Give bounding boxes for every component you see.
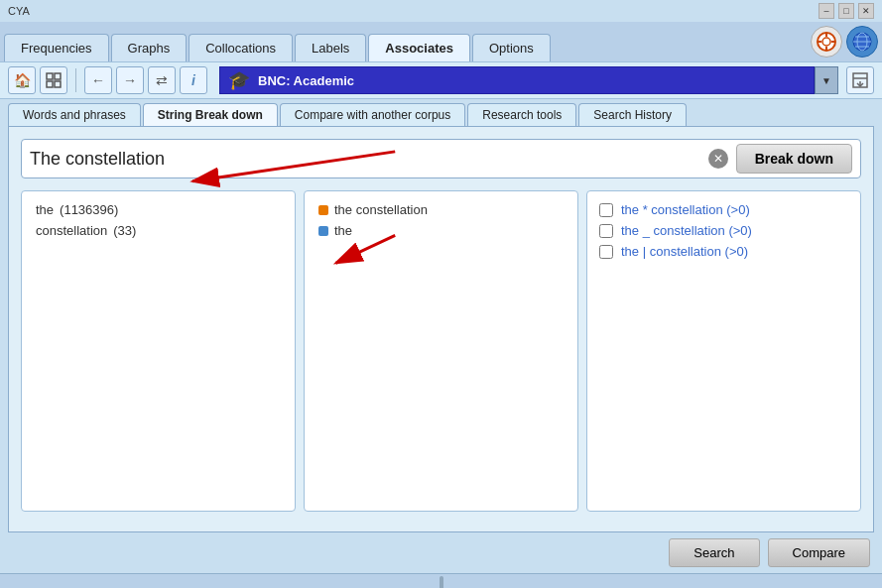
tab-options[interactable]: Options [472, 34, 551, 61]
orange-dot-icon [318, 205, 328, 215]
main-tabs: Frequencies Graphs Collocations Labels A… [0, 22, 882, 61]
phrase-text: the [334, 223, 352, 238]
phrase-text: the constellation [334, 202, 428, 217]
export-button[interactable] [846, 66, 874, 94]
app-title: CYA [8, 5, 30, 17]
word-text: constellation [36, 223, 107, 238]
title-bar: CYA – □ ✕ [0, 0, 882, 22]
list-item[interactable]: constellation (33) [30, 220, 287, 241]
clear-button[interactable]: ✕ [708, 149, 728, 169]
svg-rect-11 [47, 73, 53, 79]
list-item[interactable]: the | constellation (>0) [595, 241, 852, 262]
tab-compare-corpus[interactable]: Compare with another corpus [280, 103, 465, 126]
corpus-name: BNC: Academic [258, 73, 354, 88]
list-item[interactable]: the * constellation (>0) [595, 199, 852, 220]
blue-dot-icon [318, 226, 328, 236]
window-controls: – □ ✕ [819, 3, 874, 19]
status-divider [440, 576, 443, 589]
sub-tabs: Words and phrases String Break down Comp… [0, 99, 882, 126]
svg-rect-13 [47, 81, 53, 87]
search-button[interactable]: Search [669, 538, 759, 567]
content-area: ✕ Break down the (1136396) constellation… [8, 126, 874, 532]
toolbar-separator [75, 68, 76, 92]
compare-button[interactable]: Compare [768, 538, 870, 567]
svg-rect-12 [55, 73, 61, 79]
columns-container: the (1136396) constellation (33) the con… [21, 190, 861, 512]
back-button[interactable]: ← [84, 66, 112, 94]
pattern-text: the | constellation (>0) [621, 244, 748, 259]
svg-point-1 [822, 38, 830, 46]
tab-collocations[interactable]: Collocations [189, 34, 293, 61]
forward-button[interactable]: → [116, 66, 144, 94]
tab-words-phrases[interactable]: Words and phrases [8, 103, 141, 126]
word-text: the [36, 202, 54, 217]
list-item[interactable]: the (1136396) [30, 199, 287, 220]
checkbox-underscore[interactable] [599, 224, 613, 238]
tab-search-history[interactable]: Search History [578, 103, 687, 126]
breakdown-button[interactable]: Break down [736, 144, 852, 174]
tab-graphs[interactable]: Graphs [111, 34, 188, 61]
svg-rect-14 [55, 81, 61, 87]
pattern-text: the * constellation (>0) [621, 202, 750, 217]
grid-button[interactable] [40, 66, 67, 94]
tab-labels[interactable]: Labels [295, 34, 366, 61]
close-button[interactable]: ✕ [858, 3, 874, 19]
middle-column: the constellation the [304, 190, 578, 512]
corpus-hat-icon: 🎓 [228, 69, 250, 91]
status-bar [0, 573, 882, 588]
list-item[interactable]: the [313, 220, 569, 241]
globe-icon[interactable] [846, 26, 878, 58]
checkbox-wildcard[interactable] [599, 203, 613, 217]
list-item[interactable]: the _ constellation (>0) [595, 220, 852, 241]
right-column: the * constellation (>0) the _ constella… [586, 190, 861, 512]
checkbox-pipe[interactable] [599, 245, 613, 259]
toolbar: 🏠 ← → ⇄ i 🎓 BNC: Academic ▼ [0, 61, 882, 99]
tab-string-breakdown[interactable]: String Break down [143, 103, 278, 126]
tab-research-tools[interactable]: Research tools [467, 103, 576, 126]
corpus-selector: 🎓 BNC: Academic ▼ [219, 66, 838, 94]
help-icon[interactable] [811, 26, 842, 58]
tab-associates[interactable]: Associates [368, 34, 470, 61]
minimize-button[interactable]: – [819, 3, 834, 19]
pattern-text: the _ constellation (>0) [621, 223, 752, 238]
header-icons [811, 26, 878, 61]
list-item[interactable]: the constellation [313, 199, 569, 220]
search-bar: ✕ Break down [21, 139, 861, 178]
home-button[interactable]: 🏠 [8, 66, 36, 94]
word-count: (1136396) [60, 202, 118, 217]
maximize-button[interactable]: □ [838, 3, 854, 19]
info-button[interactable]: i [180, 66, 207, 94]
corpus-display: 🎓 BNC: Academic [219, 66, 815, 94]
bottom-bar: Search Compare [0, 532, 882, 573]
sync-button[interactable]: ⇄ [148, 66, 176, 94]
tab-frequencies[interactable]: Frequencies [4, 34, 109, 61]
corpus-dropdown-button[interactable]: ▼ [815, 66, 838, 94]
search-input[interactable] [30, 149, 700, 170]
left-column: the (1136396) constellation (33) [21, 190, 296, 512]
word-count: (33) [113, 223, 136, 238]
